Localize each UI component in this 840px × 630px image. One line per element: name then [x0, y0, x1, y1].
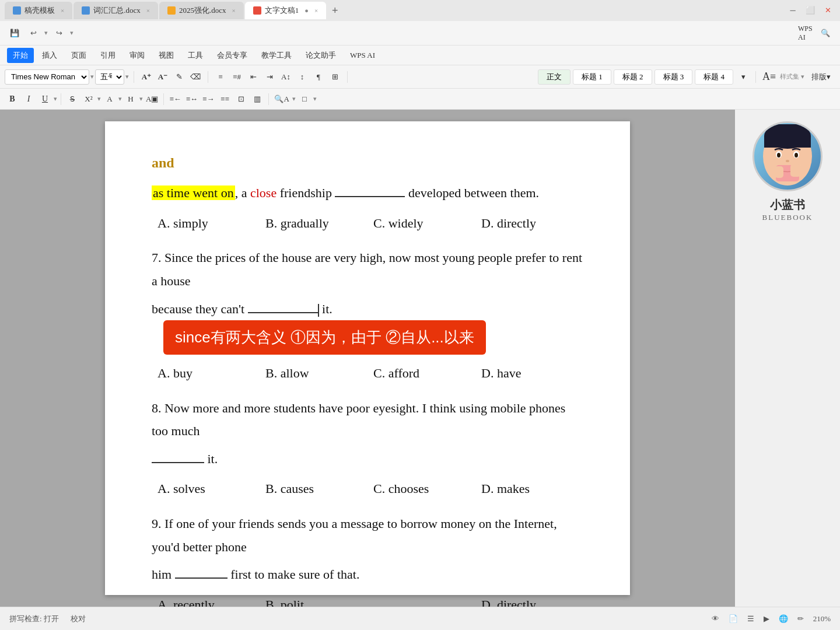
text-dir-btn[interactable]: A↕ [278, 69, 293, 85]
super-dropdown[interactable]: ▾ [97, 95, 101, 103]
layout-btn[interactable]: 排版▾ [807, 72, 835, 82]
q8-option-c[interactable]: C. chooses [368, 477, 475, 501]
highlight-dropdown[interactable]: ▾ [139, 95, 143, 103]
tab-template[interactable]: 稿壳模板 × [5, 2, 72, 19]
tab-close-2025[interactable]: × [232, 7, 236, 14]
save-button[interactable]: 💾 [7, 26, 22, 41]
redo-dropdown[interactable]: ▾ [70, 29, 74, 37]
tab-text[interactable]: 文字文稿1 ● × [245, 2, 326, 19]
q9-option-a[interactable]: A. recently [152, 593, 260, 607]
menu-paper[interactable]: 论文助手 [300, 48, 342, 63]
increase-font-btn[interactable]: A⁺ [139, 69, 154, 85]
style-h1-btn[interactable]: 标题 1 [573, 69, 611, 85]
tab-2025[interactable]: 2025强化.docx × [159, 2, 244, 19]
q7-options: A. buy B. allow C. afford D. have [152, 362, 583, 385]
zoom-level: 210% [813, 614, 831, 624]
find-replace-btn[interactable]: 🔍A [272, 92, 290, 107]
search-button[interactable]: 🔍 [818, 26, 833, 41]
q8-option-a[interactable]: A. solves [152, 477, 260, 501]
undo-dropdown[interactable]: ▾ [44, 29, 48, 37]
undo-button[interactable]: ↩ [26, 26, 41, 41]
table-btn[interactable]: ⊞ [327, 69, 342, 85]
table-align-btn[interactable]: ⊡ [233, 92, 249, 107]
menu-wpsai[interactable]: WPS AI [344, 48, 381, 62]
menu-insert[interactable]: 插入 [36, 48, 63, 63]
decrease-font-btn[interactable]: A⁻ [155, 69, 170, 85]
menu-vip[interactable]: 会员专享 [211, 48, 253, 63]
char-shading-btn[interactable]: A▣ [144, 92, 160, 107]
style-h2-btn[interactable]: 标题 2 [614, 69, 652, 85]
q7-blank [248, 312, 318, 313]
minimize-button[interactable]: ─ [785, 3, 800, 18]
menu-page[interactable]: 页面 [65, 48, 92, 63]
underline-btn[interactable]: U [37, 92, 52, 107]
replace-format-btn[interactable]: A≡ [761, 69, 778, 85]
menu-start[interactable]: 开始 [7, 48, 34, 63]
align-right-btn[interactable]: ≡→ [201, 92, 216, 107]
menu-reference[interactable]: 引用 [94, 48, 121, 63]
q6-option-b[interactable]: B. gradually [260, 212, 368, 235]
q7-option-b[interactable]: B. allow [260, 362, 368, 385]
styles-expand-btn[interactable]: ▾ [736, 69, 751, 85]
q6-option-c[interactable]: C. widely [368, 212, 475, 235]
col-layout-btn[interactable]: ▥ [250, 92, 265, 107]
q7-option-a[interactable]: A. buy [152, 362, 260, 385]
align-left-btn[interactable]: ≡← [167, 92, 183, 107]
menu-teaching[interactable]: 教学工具 [256, 48, 298, 63]
style-h4-btn[interactable]: 标题 4 [695, 69, 733, 85]
tab-close-template[interactable]: × [61, 7, 64, 14]
font-color-btn[interactable]: A [102, 92, 117, 107]
style-h3-btn[interactable]: 标题 3 [654, 69, 693, 85]
menu-tools[interactable]: 工具 [182, 48, 209, 63]
justify-btn[interactable]: ≡≡ [217, 92, 232, 107]
line-spacing-btn[interactable]: ↕ [295, 69, 310, 85]
q8-option-d[interactable]: D. makes [475, 477, 583, 501]
indent-left-btn[interactable]: ⇤ [246, 69, 261, 85]
font-size-dropdown[interactable]: ▾ [125, 73, 129, 80]
menu-review[interactable]: 审阅 [124, 48, 150, 63]
font-size-select[interactable]: 五号 [95, 69, 124, 85]
bullet-list-btn[interactable]: ≡ [213, 69, 228, 85]
tab-close-text[interactable]: × [314, 7, 318, 14]
q9-option-b[interactable]: B. polit它有两大常见含义 [260, 593, 368, 607]
style-normal-btn[interactable]: 正文 [538, 69, 570, 85]
tab-label-template: 稿壳模板 [24, 5, 55, 16]
doc-page[interactable]: and as time went on, a close friendship … [105, 121, 630, 595]
highlight-btn[interactable]: H [123, 92, 138, 107]
font-family-dropdown[interactable]: ▾ [90, 73, 94, 80]
font-color-dropdown[interactable]: ▾ [118, 95, 122, 103]
tab-vocab[interactable]: 词汇汇总.docx × [74, 2, 158, 19]
q6-option-a[interactable]: A. simply [152, 212, 260, 235]
para-btn[interactable]: ¶ [311, 69, 326, 85]
align-center-btn[interactable]: ≡↔ [184, 92, 200, 107]
tab-close-vocab[interactable]: × [146, 7, 150, 14]
borders-btn[interactable]: □ [297, 92, 312, 107]
wps-ai-button[interactable]: WPS AI [798, 26, 813, 41]
indent-right-btn[interactable]: ⇥ [262, 69, 277, 85]
q7-c-letter: C. [373, 366, 385, 380]
q7-option-d[interactable]: D. have [475, 362, 583, 385]
superscript-btn[interactable]: X² [81, 92, 96, 107]
eraser-btn[interactable]: ⌫ [188, 69, 203, 85]
find-dropdown[interactable]: ▾ [292, 95, 296, 103]
q7-option-c[interactable]: C. afford [368, 362, 475, 385]
num-list-btn[interactable]: ≡# [229, 69, 244, 85]
font-family-select[interactable]: Times New Roman [5, 69, 89, 85]
bold-btn[interactable]: B [5, 92, 20, 107]
italic-btn[interactable]: I [21, 92, 36, 107]
new-tab-button[interactable]: + [327, 5, 343, 17]
restore-button[interactable]: ⬜ [803, 3, 818, 18]
styles-panel-btn[interactable]: 样式集 ▾ [780, 72, 804, 81]
strikethrough-btn[interactable]: S̶ [65, 92, 80, 107]
q9-option-c[interactable] [368, 593, 475, 607]
q9-option-d[interactable]: D. directly [475, 593, 583, 607]
q8-option-b[interactable]: B. causes [260, 477, 368, 501]
doc-container[interactable]: and as time went on, a close friendship … [0, 110, 735, 607]
underline-dropdown[interactable]: ▾ [54, 95, 57, 103]
q6-option-d[interactable]: D. directly [475, 212, 583, 235]
close-button[interactable]: ✕ [820, 3, 835, 18]
borders-dropdown[interactable]: ▾ [313, 95, 317, 103]
format-clear-btn[interactable]: ✎ [172, 69, 187, 85]
menu-view[interactable]: 视图 [153, 48, 180, 63]
redo-button[interactable]: ↪ [51, 26, 66, 41]
